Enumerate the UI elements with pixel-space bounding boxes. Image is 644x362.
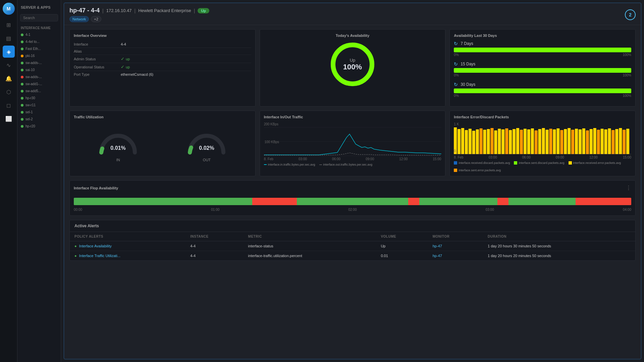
sidebar-item-4-4el[interactable]: 4-4el to... xyxy=(17,38,61,45)
error-chart-x-labels: 8. Feb 03:00 06:00 09:00 12:00 15:00 xyxy=(454,156,631,159)
legend-dot-out xyxy=(319,165,322,165)
flop-seg-4 xyxy=(408,198,419,205)
svg-rect-41 xyxy=(579,129,582,154)
legend-sent-discard: interface.sent.discard.packets.avg xyxy=(514,161,564,165)
sidebar-item-sw2[interactable]: sw-adds-... xyxy=(17,73,61,80)
sidebar-item-hpr30[interactable]: hp-r30 xyxy=(17,95,61,102)
panel-ip: 172.16.10.47 xyxy=(106,8,132,13)
traffic-chart-section: Interface In/Out Traffic 200 KBps xyxy=(260,111,446,176)
sidebar-item-sel1[interactable]: sel-1 xyxy=(17,109,61,116)
separator3: | xyxy=(194,8,195,13)
traffic-chart-title: Interface In/Out Traffic xyxy=(264,115,441,119)
col-duration: DURATION xyxy=(483,232,635,241)
more-icon[interactable]: ⋮ xyxy=(626,185,631,191)
error-chart-section: Interface Error/Discard Packets 1 K xyxy=(449,111,636,176)
middle-grid: Traffic Utilization 0.01% IN xyxy=(69,111,636,176)
flop-title: Interface Flop Availability xyxy=(74,186,118,190)
flop-seg-2 xyxy=(252,198,297,205)
sidebar-item-sw4[interactable]: sw-add5... xyxy=(17,87,61,95)
active-alerts-header: Active Alerts xyxy=(70,220,635,232)
sidebar-icon-server[interactable]: ▤ xyxy=(3,32,15,44)
extra-tags-badge[interactable]: +2 xyxy=(91,16,101,22)
svg-rect-28 xyxy=(531,128,534,154)
separator2: | xyxy=(135,8,136,13)
donut-text: Up 100% xyxy=(343,58,362,71)
status-badge: Up xyxy=(198,8,209,13)
sidebar-icon-chart[interactable]: ∿ xyxy=(3,59,15,71)
sidebar-item-sw3[interactable]: sw-add1-... xyxy=(17,80,61,87)
operational-status-row: Operational Status ✓ up xyxy=(74,63,251,71)
alert-volume-1: Up xyxy=(376,241,428,251)
sidebar-item-4-1[interactable]: 4-1 xyxy=(17,31,61,38)
col-metric: METRIC xyxy=(244,232,376,241)
sidebar-item-swr11[interactable]: sw-r11 xyxy=(17,102,61,109)
interface-overview-title: Interface Overview xyxy=(74,34,251,38)
network-tag[interactable]: Network xyxy=(69,16,89,22)
svg-rect-31 xyxy=(542,128,545,154)
detail-panel: hp-47 - 4-4 | 172.16.10.47 | Hewlett Pac… xyxy=(64,3,641,359)
gauge-out-svg: 0.02% xyxy=(185,126,228,156)
sidebar-item-sai[interactable]: sai-10 xyxy=(17,66,61,73)
col-monitor: MONITOR xyxy=(428,232,483,241)
today-availability-title: Today's Availability xyxy=(336,34,370,38)
svg-rect-18 xyxy=(494,130,497,154)
sidebar-icon-bell[interactable]: 🔔 xyxy=(3,72,15,84)
flop-section: Interface Flop Availability ⋮ xyxy=(69,180,636,216)
svg-rect-44 xyxy=(590,129,593,154)
alert-monitor-1: hp-47 xyxy=(428,241,483,251)
sidebar-item-sel2[interactable]: sel-2 xyxy=(17,116,61,123)
app-logo[interactable]: M xyxy=(3,3,15,15)
svg-rect-33 xyxy=(549,129,552,154)
status-dot xyxy=(21,111,23,114)
search-input[interactable] xyxy=(20,14,58,21)
svg-rect-12 xyxy=(472,131,475,154)
svg-rect-8 xyxy=(458,129,461,154)
alert-link-1[interactable]: Interface Availability xyxy=(79,244,112,248)
svg-rect-9 xyxy=(461,128,464,154)
svg-rect-49 xyxy=(608,128,611,154)
flop-time-row: 00:00 01:00 02:00 03:00 04:00 xyxy=(74,208,631,212)
main-content: hp-47 - 4-4 | 172.16.10.47 | Hewlett Pac… xyxy=(61,0,644,362)
error-chart-svg xyxy=(454,127,631,154)
svg-rect-52 xyxy=(619,128,622,154)
avail-bar-fill-7 xyxy=(454,48,631,52)
svg-rect-26 xyxy=(524,129,527,154)
svg-rect-32 xyxy=(546,130,549,154)
status-dot xyxy=(21,90,23,93)
sidebar-item-fast-eth[interactable]: Fast Eth... xyxy=(17,45,61,52)
svg-rect-50 xyxy=(612,130,615,154)
avail-15days: ↻ 15 Days 0%100% xyxy=(454,61,631,77)
svg-rect-21 xyxy=(505,128,508,154)
sidebar-icon-shield[interactable]: ◻ xyxy=(3,99,15,111)
legend-out: interface.out.traffic.bytes.per.sec.avg xyxy=(319,163,372,166)
status-dot xyxy=(21,97,23,100)
status-dot xyxy=(21,104,23,107)
legend-recv-discard: interface.received.discard.packets.avg xyxy=(454,161,510,165)
panel-close-button[interactable]: 2 xyxy=(625,9,636,20)
sidebar-item-sw1[interactable]: sw-adds-... xyxy=(17,59,61,66)
alias-row: Alias xyxy=(74,48,251,55)
alert-link-2[interactable]: Interface Traffic Utilizati... xyxy=(79,254,120,258)
svg-rect-30 xyxy=(538,129,541,154)
flop-seg-1 xyxy=(74,198,252,205)
interface-overview-section: Interface Overview Interface 4-4 Alias A… xyxy=(69,29,256,107)
svg-rect-25 xyxy=(520,130,523,154)
svg-rect-36 xyxy=(560,130,564,154)
svg-rect-39 xyxy=(571,130,574,154)
clock-icon-30: ↻ xyxy=(454,82,458,87)
sidebar-icon-network[interactable]: ◈ xyxy=(3,46,15,58)
svg-rect-13 xyxy=(476,129,479,154)
error-chart-legend: interface.received.discard.packets.avg i… xyxy=(454,161,631,172)
sidebar-icon-box[interactable]: ⬜ xyxy=(3,113,15,125)
sidebar-icon-puzzle[interactable]: ⬡ xyxy=(3,86,15,98)
panel-body: Interface Overview Interface 4-4 Alias A… xyxy=(64,25,641,265)
alert-metric-1: interface-status xyxy=(244,241,376,251)
sidebar-item-pki[interactable]: pki-16 xyxy=(17,52,61,59)
avail-bar-15 xyxy=(454,68,631,73)
legend-sent-error: interface.sent.error.packets.avg xyxy=(454,169,501,172)
sidebar-icon-grid[interactable]: ⊞ xyxy=(3,19,15,31)
alert-duration-2: 1 day 20 hours 20 minutes 50 seconds xyxy=(483,251,635,261)
status-dot xyxy=(21,41,23,43)
alert-dot-1: ● xyxy=(74,244,77,248)
sidebar-item-hpr20[interactable]: hp-r20 xyxy=(17,123,61,130)
